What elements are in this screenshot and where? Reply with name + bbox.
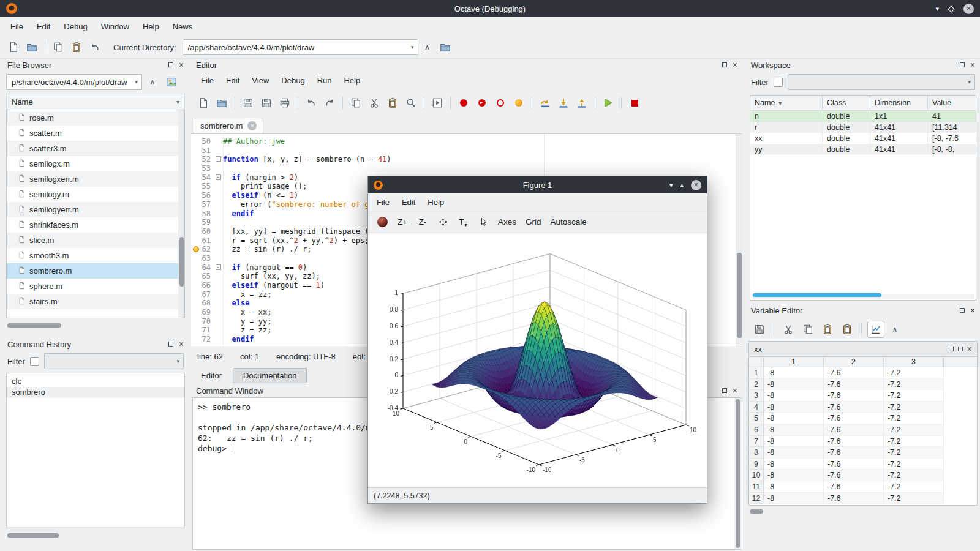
level-up-button[interactable]: ∧ (887, 321, 903, 337)
fold-icon[interactable]: - (216, 264, 221, 270)
figure-titlebar[interactable]: Figure 1 ▾ ▴ × (368, 176, 707, 193)
grid-row-header[interactable]: 12 (749, 493, 764, 504)
grid-row-header[interactable]: 4 (749, 402, 764, 413)
close-panel-icon[interactable]: × (970, 306, 975, 315)
filter-checkbox[interactable] (774, 78, 783, 87)
grid-row[interactable]: 1-8-7.6-7.2 (749, 367, 977, 379)
grid-cell[interactable]: -7.6 (824, 390, 884, 402)
axes-button[interactable]: Axes (496, 214, 519, 230)
minimize-icon[interactable]: ▾ (935, 6, 939, 12)
menu-item-edit[interactable]: Edit (30, 19, 57, 34)
undo-button[interactable] (303, 94, 320, 111)
grid-row-header[interactable]: 1 (749, 367, 764, 379)
horizontal-scrollbar-thumb[interactable] (750, 509, 763, 514)
step-out-button[interactable] (573, 94, 590, 111)
open-file-button[interactable] (213, 94, 230, 111)
grid-row-header[interactable]: 7 (749, 436, 764, 448)
fold-icon[interactable]: - (216, 156, 221, 162)
maximize-icon[interactable] (949, 4, 954, 13)
grid-row-header[interactable]: 2 (749, 379, 764, 391)
menu-item-help[interactable]: Help (136, 19, 166, 34)
variable-row[interactable]: xxdouble41x41[-8, -7.6 (750, 133, 976, 144)
next-breakpoint-button[interactable] (473, 94, 491, 111)
history-item[interactable]: clc (7, 376, 184, 387)
maximize-icon[interactable]: ▴ (680, 182, 684, 189)
grid-row-header[interactable]: 8 (749, 447, 764, 459)
variable-row[interactable]: yydouble41x41[-8, -8, (750, 144, 976, 155)
grid-row[interactable]: 7-8-7.6-7.2 (749, 436, 977, 448)
grid-cell[interactable]: -8 (764, 402, 824, 413)
undock-icon[interactable] (168, 62, 173, 67)
variable-grid[interactable]: 123 1-8-7.6-7.22-8-7.6-7.23-8-7.6-7.24-8… (748, 357, 978, 506)
file-row[interactable]: scatter3.m (7, 141, 184, 156)
terminal-scrollbar[interactable] (734, 398, 741, 549)
history-item[interactable]: sombrero (7, 387, 184, 398)
tab-close-icon[interactable]: × (247, 121, 257, 130)
grid-cell[interactable]: -7.2 (884, 436, 944, 448)
grid-cell[interactable]: -7.2 (884, 459, 944, 470)
save-variable-button[interactable] (751, 321, 768, 338)
open-file-button[interactable] (23, 39, 40, 56)
grid-cell[interactable]: -7.6 (824, 481, 884, 493)
grid-row[interactable]: 12-8-7.6-7.2 (749, 493, 977, 504)
undock-icon[interactable] (168, 342, 173, 347)
zoom-in-button[interactable]: Z+ (394, 214, 410, 230)
grid-cell[interactable]: -8 (764, 447, 824, 459)
menu-item-debug[interactable]: Debug (57, 19, 94, 34)
close-variable-icon[interactable]: × (967, 345, 972, 353)
undock-icon[interactable] (949, 347, 954, 351)
workspace-hscroll-thumb[interactable] (753, 293, 881, 297)
code-line[interactable]: 52-function [x, y, z] = sombrero (n = 41… (191, 155, 742, 164)
grid-button[interactable]: Grid (523, 214, 544, 230)
editor-menu-view[interactable]: View (246, 73, 275, 88)
editor-menu-help[interactable]: Help (337, 73, 366, 88)
column-header-value[interactable]: Value (928, 96, 976, 110)
scrollbar-thumb[interactable] (179, 237, 184, 287)
close-panel-icon[interactable]: × (179, 61, 184, 69)
grid-cell[interactable]: -7.6 (824, 424, 884, 436)
grid-row[interactable]: 10-8-7.6-7.2 (749, 470, 977, 481)
file-row[interactable]: semilogx.m (7, 156, 184, 171)
grid-cell[interactable]: -8 (764, 459, 824, 470)
paste-button[interactable] (68, 39, 85, 56)
column-header-class[interactable]: Class (823, 96, 870, 110)
editor-menu-debug[interactable]: Debug (275, 73, 311, 88)
tab-sombrero[interactable]: sombrero.m × (194, 118, 263, 133)
new-script-button[interactable] (5, 39, 22, 56)
save-as-button[interactable] (258, 94, 275, 111)
select-tool-button[interactable] (475, 214, 491, 230)
figure-menu-edit[interactable]: Edit (396, 195, 421, 209)
grid-cell[interactable]: -7.2 (884, 402, 944, 413)
grid-column-header[interactable]: 2 (824, 357, 884, 367)
grid-cell[interactable]: -8 (764, 481, 824, 493)
grid-cell[interactable]: -7.2 (884, 367, 944, 379)
file-row[interactable]: smooth3.m (7, 248, 184, 263)
step-over-button[interactable] (537, 94, 554, 111)
figure-window[interactable]: Figure 1 ▾ ▴ × FileEditHelp Z+ Z- T▾ Axe… (368, 176, 707, 504)
grid-cell[interactable]: -7.6 (824, 379, 884, 391)
grid-row[interactable]: 8-8-7.6-7.2 (749, 447, 977, 459)
file-row[interactable]: semilogy.m (7, 187, 184, 202)
fold-icon[interactable]: - (216, 174, 221, 180)
tab-editor[interactable]: Editor (191, 369, 232, 383)
file-row[interactable]: sphere.m (7, 279, 184, 294)
grid-cell[interactable]: -8 (764, 379, 824, 391)
workspace-hscroll-track[interactable] (752, 294, 974, 299)
figure-plot-area[interactable] (368, 233, 707, 487)
undo-button[interactable] (86, 39, 104, 56)
grid-column-header[interactable]: 3 (884, 357, 944, 367)
find-button[interactable] (402, 94, 420, 111)
code-line[interactable]: 50## Author: jwe (191, 137, 742, 146)
grid-row-header[interactable]: 3 (749, 390, 764, 402)
cut-button[interactable] (366, 94, 383, 111)
scrollbar-thumb[interactable] (737, 253, 742, 338)
undock-icon[interactable] (722, 388, 727, 393)
grid-row[interactable]: 2-8-7.6-7.2 (749, 379, 977, 391)
grid-row-header[interactable]: 5 (749, 413, 764, 424)
editor-menu-file[interactable]: File (195, 73, 220, 88)
zoom-out-button[interactable]: Z- (415, 214, 431, 230)
grid-row-header[interactable]: 11 (749, 481, 764, 493)
grid-row[interactable]: 9-8-7.6-7.2 (749, 459, 977, 470)
print-button[interactable] (276, 94, 293, 111)
horizontal-scrollbar-thumb[interactable] (7, 323, 61, 328)
